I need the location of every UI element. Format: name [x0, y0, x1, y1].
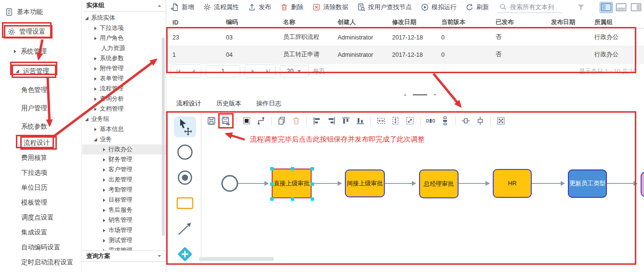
tab-item[interactable]: 操作日志	[256, 99, 281, 108]
select-move-tool[interactable]	[174, 117, 196, 137]
tree-item[interactable]: 行政办公	[82, 144, 166, 155]
designer-canvas[interactable]: 流程调整完毕后点击此按钮保存并发布即完成了此次调整	[202, 112, 644, 265]
column-header[interactable]: 名称	[283, 18, 338, 26]
sidebar-item[interactable]: 定时启动流程设置	[0, 255, 81, 270]
toolbar-button[interactable]: 刷新	[465, 3, 489, 12]
selection-handle[interactable]	[291, 197, 294, 201]
page-size-select[interactable]: 20	[280, 65, 309, 78]
tree-item[interactable]: 售后服务	[82, 205, 166, 215]
table-row[interactable]: 2303员工辞职流程Administrator2017-12-180否行政办公	[167, 29, 644, 46]
tree-item[interactable]: 客户管理	[82, 165, 166, 175]
flow-node[interactable]: 总经理审批	[419, 169, 459, 198]
end-node-tool[interactable]	[174, 168, 196, 188]
connector-tool[interactable]	[174, 218, 196, 239]
flow-node[interactable]: HR	[493, 169, 532, 198]
flow-node[interactable]: 直接上级审批	[272, 168, 312, 198]
tree-item[interactable]: 附件管理	[82, 64, 166, 74]
column-header[interactable]: 编码	[226, 18, 283, 26]
tree-item[interactable]: 市场管理	[82, 225, 166, 235]
tree-item[interactable]: 系统参数	[82, 53, 166, 64]
splitter-down-icon[interactable]	[433, 93, 437, 97]
tree-item[interactable]: 考勤管理	[82, 185, 166, 195]
sidebar-item[interactable]: 基本功能	[0, 2, 81, 22]
tree-item[interactable]: 查询分析	[82, 94, 166, 104]
last-page-button[interactable]	[260, 65, 275, 78]
selection-handle[interactable]	[291, 167, 294, 170]
page-number-input[interactable]: 1	[206, 65, 240, 78]
toolbar-button[interactable]: 删除	[280, 3, 303, 12]
sidebar-item[interactable]: 费用核算	[0, 150, 81, 165]
sidebar-item[interactable]: 系统参数	[0, 117, 81, 136]
sidebar-item[interactable]: 模板管理	[0, 195, 81, 210]
flow-node[interactable]: 间接上级审批	[345, 169, 385, 197]
next-page-button[interactable]	[245, 65, 260, 78]
sidebar-item[interactable]: 运营管理	[0, 61, 81, 81]
toolbar-button[interactable]: 发布	[248, 3, 271, 12]
sidebar-item[interactable]: 系统管理	[0, 41, 81, 61]
column-header[interactable]: 发布日期	[551, 18, 594, 26]
panel-collapse-icon[interactable]	[157, 3, 162, 8]
start-node[interactable]	[222, 176, 237, 191]
selection-handle[interactable]	[311, 197, 314, 201]
table-row[interactable]: 104员工转正申请Administrator2017-12-180否行政办公	[167, 46, 644, 64]
tree-item[interactable]: 系统实体	[82, 13, 166, 23]
filter-funnel-icon[interactable]	[577, 3, 585, 12]
selection-handle[interactable]	[270, 167, 274, 170]
tree-item[interactable]: 目标管理	[82, 195, 166, 205]
selection-handle[interactable]	[311, 182, 314, 186]
sidebar-item[interactable]: 用户管理	[0, 99, 81, 117]
rect-tool[interactable]	[174, 193, 196, 213]
flow-node[interactable]: 更新员工类型	[568, 169, 607, 198]
tree-item[interactable]: 人力资源	[82, 43, 166, 53]
tree-item[interactable]: 文档管理	[82, 104, 166, 114]
tree-header[interactable]: 实体组	[82, 0, 166, 12]
column-header[interactable]: ID	[172, 19, 226, 26]
sidebar-item[interactable]: 下拉选项	[0, 165, 81, 180]
layout-bottom-button[interactable]	[615, 2, 628, 13]
tree-item[interactable]: 销售管理	[82, 215, 166, 225]
panel-expand-icon[interactable]	[157, 254, 162, 259]
column-header[interactable]: 所属组	[594, 18, 644, 26]
tree-scrollbar[interactable]	[162, 38, 165, 236]
sidebar-item[interactable]: 集成设置	[0, 225, 81, 240]
tree-item[interactable]: 基本信息	[82, 124, 166, 134]
column-header[interactable]: 当前版本	[441, 18, 496, 26]
sidebar-item[interactable]: 管理设置	[0, 22, 81, 41]
tree-item[interactable]: 财务管理	[82, 155, 166, 165]
toolbar-button[interactable]: 清除数据	[312, 3, 348, 12]
tree-item[interactable]: 业务组	[82, 114, 166, 124]
tree-item[interactable]: 流程管理	[82, 84, 166, 94]
sidebar-item[interactable]: 角色管理	[0, 81, 81, 99]
search-input[interactable]	[509, 3, 561, 11]
prev-page-button[interactable]	[186, 65, 201, 78]
tree-item[interactable]: 用户角色	[82, 33, 166, 43]
selection-handle[interactable]	[311, 167, 314, 170]
canvas-horizontal-scrollbar[interactable]	[199, 257, 274, 261]
add-button[interactable]: 新增	[171, 3, 194, 12]
toolbar-button[interactable]: 按用户查找节点	[357, 3, 412, 12]
tab-item[interactable]: 历史版本	[216, 99, 241, 108]
tree-item[interactable]: 表单管理	[82, 74, 166, 84]
gateway-tool[interactable]	[174, 244, 196, 264]
flow-node[interactable]	[641, 172, 644, 197]
sidebar-item[interactable]: 流程设计	[0, 136, 81, 150]
selection-handle[interactable]	[270, 197, 274, 201]
splitter-handle[interactable]	[413, 94, 427, 95]
tree-item[interactable]: 测试管理	[82, 235, 166, 246]
layout-right-button[interactable]	[630, 2, 643, 13]
tree-item[interactable]: 下拉选项	[82, 23, 166, 33]
column-header[interactable]: 创建人	[338, 18, 392, 26]
column-header[interactable]: 已发布	[496, 18, 551, 26]
selection-handle[interactable]	[270, 182, 274, 186]
tree-item[interactable]: 出差管理	[82, 175, 166, 185]
toolbar-button[interactable]: 模拟运行	[421, 3, 457, 12]
tree-item[interactable]: 业务	[82, 134, 166, 144]
column-header[interactable]: 修改日期	[392, 18, 441, 26]
sidebar-item[interactable]: 单位日历	[0, 180, 81, 195]
toolbar-button[interactable]: 流程属性	[203, 3, 239, 12]
tab-active[interactable]: 流程设计	[176, 99, 201, 108]
layout-left-button[interactable]	[600, 2, 613, 13]
sidebar-item[interactable]: 调度点设置	[0, 210, 81, 225]
tree-item[interactable]: 需求管理	[82, 246, 166, 250]
splitter-up-icon[interactable]	[403, 93, 407, 97]
